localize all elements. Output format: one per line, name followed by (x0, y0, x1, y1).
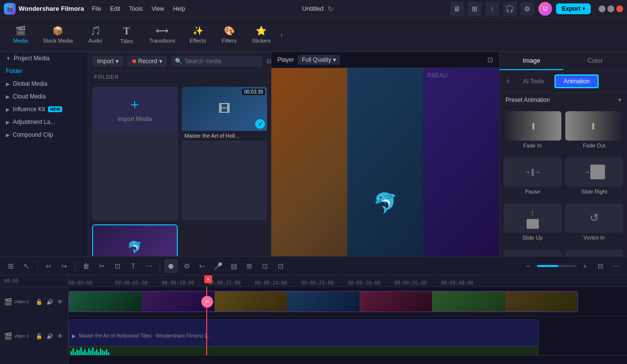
zoom-in-btn[interactable]: + (578, 259, 592, 273)
tab-color[interactable]: Color (563, 52, 627, 70)
refresh-icon[interactable]: ↻ (328, 5, 334, 13)
tl-voice-btn[interactable]: 🎤 (211, 259, 225, 273)
playhead-ruler-marker: ▼ (204, 275, 212, 283)
monitor-icon[interactable]: 🖥 (450, 2, 464, 16)
sub-tab-animation[interactable]: Animation (555, 74, 598, 88)
cloud-media-item[interactable]: ▶ Cloud Media (0, 90, 88, 103)
filter-icon[interactable]: ⊟ (266, 58, 271, 65)
tl-collab-btn[interactable]: ⊡ (258, 259, 272, 273)
video2-volume-btn[interactable]: 🔊 (45, 298, 55, 306)
ruler-2: 00:00:10:00 (162, 280, 208, 286)
global-media-label: Global Media (13, 80, 48, 87)
toolbar-media[interactable]: 🎬 Media (6, 23, 35, 47)
tl-undo-btn[interactable]: ↩ (42, 259, 55, 273)
tab-image[interactable]: Image (500, 52, 563, 70)
export-button[interactable]: Export ▾ (556, 3, 591, 14)
vortex-in-label: Vortex In (583, 235, 604, 241)
anim-fade-out[interactable]: ▌ Fade Out (565, 111, 623, 153)
tl-dots-btn[interactable]: ⋯ (609, 259, 623, 273)
video2-lock-btn[interactable]: 🔓 (34, 298, 44, 306)
slide-up-icon: ↑ (531, 208, 535, 218)
plus-icon: ＋ (128, 95, 142, 114)
tl-redo-btn[interactable]: ↪ (57, 259, 71, 273)
menu-file[interactable]: File (92, 5, 101, 12)
frame-3 (215, 291, 287, 312)
video1-volume-btn[interactable]: 🔊 (45, 333, 55, 340)
puzzle-icon[interactable]: ⚙ (521, 2, 534, 16)
toolbar-filters[interactable]: 🎨 Filters (215, 23, 244, 47)
tl-magnet-btn[interactable]: ⊕ (164, 259, 178, 273)
toolbar-stock-media[interactable]: 📦 Stock Media (37, 23, 79, 47)
global-media-item[interactable]: ▶ Global Media (0, 77, 88, 90)
project-media-item[interactable]: ▼ Project Media (0, 52, 88, 65)
tl-crop-btn[interactable]: ⊡ (111, 259, 124, 273)
menu-help[interactable]: Help (173, 5, 185, 12)
tl-text-btn[interactable]: T (126, 259, 140, 273)
sub-tab-ai-tools[interactable]: AI Tools (515, 75, 552, 87)
search-bar[interactable]: 🔍 (171, 56, 263, 67)
close-button[interactable] (616, 5, 623, 12)
tl-split-btn[interactable]: ⊢ (195, 259, 209, 273)
tl-settings-btn[interactable]: ⚙ (180, 259, 193, 273)
toolbar-titles[interactable]: T Titles (112, 23, 142, 47)
zoom-slider[interactable] (537, 265, 576, 267)
video1-eye-btn[interactable]: 👁 (56, 333, 64, 340)
transitions-icon: ⟷ (156, 25, 169, 36)
video2-clip[interactable] (69, 291, 578, 312)
wave-bar-16 (100, 348, 101, 355)
video1-lock-btn[interactable]: 🔓 (34, 333, 44, 340)
tl-cut-btn[interactable]: ✂ (95, 259, 109, 273)
adjustment-la-item[interactable]: ▶ Adjustment La... (0, 116, 88, 128)
media-item-1[interactable]: 00:03:39 ✓ 🎞 Master the Art of Holl... (182, 87, 267, 220)
menu-view[interactable]: View (151, 5, 164, 12)
tl-detach-btn[interactable]: ⊡ (274, 259, 288, 273)
toolbar-transitions[interactable]: ⟷ Transitions (144, 23, 181, 47)
tl-multicam-btn[interactable]: ⊞ (242, 259, 256, 273)
influence-kit-item[interactable]: ▶ Influence Kit NEW (0, 103, 88, 116)
toolbar-stickers[interactable]: ⭐ Stickers (246, 23, 277, 47)
tl-add-track-btn[interactable]: ⊞ (4, 259, 18, 273)
preview-external-icon[interactable]: ⊡ (487, 56, 493, 64)
headphone-icon[interactable]: 🎧 (503, 2, 517, 16)
compound-clip-item[interactable]: ▶ Compound Clip (0, 128, 88, 141)
menu-edit[interactable]: Edit (110, 5, 121, 12)
export-chevron: ▾ (582, 6, 585, 11)
tl-more-btn[interactable]: ⋯ (142, 259, 156, 273)
media-toolbar: Import ▾ Record ▾ 🔍 ⊟ ⋯ (88, 52, 271, 71)
zoom-out-btn[interactable]: − (521, 259, 535, 273)
grid-icon[interactable]: ⊞ (468, 2, 482, 16)
share-icon[interactable]: ↑ (485, 2, 499, 16)
import-media-item[interactable]: ＋ Import Media (92, 87, 178, 220)
quality-select[interactable]: Full Quality ▾ (298, 55, 340, 65)
anim-pause[interactable]: →‖→ Pause (504, 157, 561, 199)
record-button[interactable]: Record ▾ (127, 56, 167, 67)
slide-right-thumb: → (565, 157, 623, 187)
tl-subtitle-btn[interactable]: ▤ (227, 259, 241, 273)
search-input[interactable] (185, 58, 259, 65)
minimize-button[interactable] (599, 5, 605, 12)
video2-eye-btn[interactable]: 👁 (56, 298, 64, 306)
toolbar-effects[interactable]: ✨ Effects (183, 23, 213, 47)
wave-bar-14 (96, 349, 97, 355)
import-button[interactable]: Import ▾ (92, 56, 123, 67)
window-controls (599, 5, 623, 12)
toolbar-expand[interactable]: › (279, 29, 285, 40)
folder-item[interactable]: Folder (0, 65, 88, 77)
slide-up-thumb: ↑ (504, 203, 561, 233)
maximize-button[interactable] (607, 5, 614, 12)
anim-fade-in[interactable]: ▐ Fade In (504, 111, 561, 153)
frame-6 (432, 291, 505, 312)
user-avatar[interactable]: U (538, 2, 552, 16)
anim-slide-right[interactable]: → Slide Right (565, 157, 623, 199)
playhead-arrow: ▼ (206, 277, 210, 282)
tl-delete-btn[interactable]: 🗑 (79, 259, 93, 273)
toolbar-audio[interactable]: 🎵 Audio (81, 23, 110, 47)
video2-controls: 🎬 Video 2 (4, 298, 29, 306)
tl-select-btn[interactable]: ↖ (20, 259, 33, 273)
anim-vortex-in[interactable]: ↺ Vortex In (565, 203, 623, 245)
anim-slide-up[interactable]: ↑ Slide Up (504, 203, 561, 245)
menu-tools[interactable]: Tools (129, 5, 143, 12)
quality-label: Full Quality (302, 56, 331, 63)
tl-grid-btn[interactable]: ⊟ (594, 259, 607, 273)
project-title[interactable]: Untitled (302, 5, 323, 12)
